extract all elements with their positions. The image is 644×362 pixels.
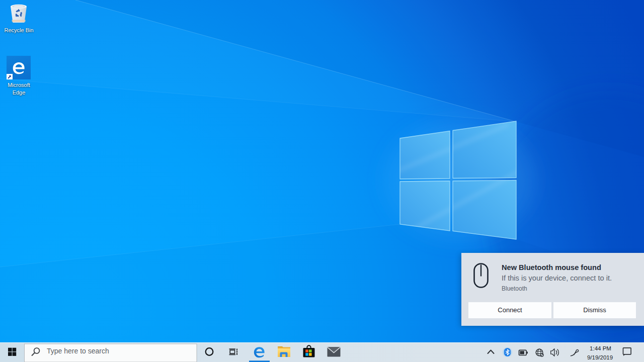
svg-text:1:44 PM: 1:44 PM xyxy=(590,345,611,351)
svg-text:Type here to search: Type here to search xyxy=(47,347,109,355)
svg-text:9/19/2019: 9/19/2019 xyxy=(587,354,613,360)
